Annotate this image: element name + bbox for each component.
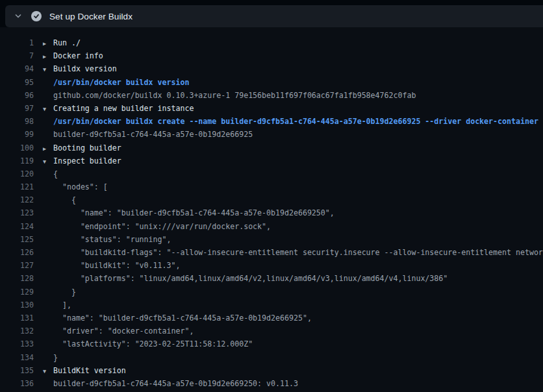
line-number[interactable]: 132 <box>5 325 34 337</box>
log-group-toggle[interactable]: ▼Buildx version <box>43 62 117 76</box>
log-line: 125 "status": "running", <box>5 233 543 246</box>
log-line: 7 ▶Docker info <box>5 49 543 62</box>
step-title: Set up Docker Buildx <box>49 12 133 21</box>
log-group-toggle[interactable]: ▼Inspect builder <box>43 154 121 168</box>
log-command-text: /usr/bin/docker buildx create --name bui… <box>43 115 538 128</box>
line-number[interactable]: 126 <box>5 246 34 259</box>
log-line: 121 "nodes": [ <box>5 180 543 193</box>
line-number[interactable]: 136 <box>5 377 34 390</box>
line-number[interactable]: 120 <box>5 167 34 180</box>
log-line: 130 ], <box>5 299 543 312</box>
log-group-toggle[interactable]: ▶Docker info <box>43 49 103 63</box>
log-line: 134 } <box>5 351 543 364</box>
log-text: builder-d9cfb5a1-c764-445a-a57e-0b19d2e6… <box>43 377 298 390</box>
log-line: 94 ▼Buildx version <box>5 62 543 75</box>
log-text: "name": "builder-d9cfb5a1-c764-445a-a57e… <box>43 312 312 325</box>
log-group-toggle[interactable]: ▼BuildKit version <box>43 364 126 378</box>
line-number[interactable]: 123 <box>5 206 34 219</box>
log-group-toggle[interactable]: ▼Creating a new builder instance <box>43 102 194 116</box>
log-command-text: /usr/bin/docker buildx version <box>43 76 189 89</box>
line-number[interactable]: 98 <box>5 115 34 128</box>
check-circle-icon <box>31 11 42 21</box>
triangle-down-icon[interactable]: ▼ <box>43 365 53 378</box>
triangle-right-icon[interactable]: ▶ <box>43 37 53 50</box>
log-group-toggle[interactable]: ▶Run ./ <box>43 36 81 50</box>
log-group-label: Buildx version <box>53 64 117 73</box>
line-number[interactable]: 95 <box>5 76 34 89</box>
line-number[interactable]: 135 <box>5 364 34 377</box>
log-line: 98 /usr/bin/docker buildx create --name … <box>5 115 543 128</box>
log-viewer: 1 ▶Run ./ 7 ▶Docker info 94 ▼Buildx vers… <box>0 27 543 392</box>
line-number[interactable]: 7 <box>5 49 34 62</box>
log-text: "nodes": [ <box>43 180 108 193</box>
log-line: 136 builder-d9cfb5a1-c764-445a-a57e-0b19… <box>5 377 543 390</box>
log-group-label: Docker info <box>53 51 103 60</box>
triangle-down-icon[interactable]: ▼ <box>43 155 53 168</box>
log-text: } <box>43 351 58 364</box>
log-line: 131 "name": "builder-d9cfb5a1-c764-445a-… <box>5 312 543 325</box>
log-line: 100 ▶Booting builder <box>5 141 543 154</box>
line-number[interactable]: 99 <box>5 128 34 141</box>
line-number[interactable]: 100 <box>5 141 34 154</box>
line-number[interactable]: 128 <box>5 272 34 285</box>
line-number[interactable]: 133 <box>5 337 34 350</box>
log-group-label: Run ./ <box>53 38 81 47</box>
log-line: 128 "platforms": "linux/amd64,linux/amd6… <box>5 272 543 285</box>
log-line: 126 "buildkitd-flags": "--allow-insecure… <box>5 246 543 259</box>
line-number[interactable]: 97 <box>5 102 34 115</box>
log-line: 97 ▼Creating a new builder instance <box>5 102 543 115</box>
step-header-row[interactable]: Set up Docker Buildx <box>5 5 543 27</box>
log-text: "name": "builder-d9cfb5a1-c764-445a-a57e… <box>43 206 335 219</box>
log-text: ], <box>43 299 71 312</box>
log-line: 135 ▼BuildKit version <box>5 364 543 377</box>
log-text: } <box>43 286 76 299</box>
log-line: 129 } <box>5 286 543 299</box>
chevron-down-icon[interactable] <box>13 11 23 21</box>
log-group-label: Booting builder <box>53 143 121 153</box>
log-text: "lastActivity": "2023-02-25T11:58:12.000… <box>43 337 253 350</box>
log-text: "buildkit": "v0.11.3", <box>43 259 180 272</box>
log-text: { <box>43 167 58 180</box>
line-number[interactable]: 1 <box>5 36 34 49</box>
log-line: 1 ▶Run ./ <box>5 36 543 49</box>
log-line: 123 "name": "builder-d9cfb5a1-c764-445a-… <box>5 206 543 219</box>
line-number[interactable]: 124 <box>5 220 34 233</box>
log-text: github.com/docker/buildx 0.10.3+azure-1 … <box>43 89 416 102</box>
line-number[interactable]: 131 <box>5 312 34 325</box>
log-line: 95 /usr/bin/docker buildx version <box>5 76 543 89</box>
log-line: 119 ▼Inspect builder <box>5 154 543 167</box>
triangle-down-icon[interactable]: ▼ <box>43 63 53 76</box>
log-group-label: Inspect builder <box>53 156 121 165</box>
log-group-label: BuildKit version <box>53 366 126 375</box>
line-number[interactable]: 130 <box>5 299 34 312</box>
log-line: 99 builder-d9cfb5a1-c764-445a-a57e-0b19d… <box>5 128 543 141</box>
line-number[interactable]: 96 <box>5 89 34 102</box>
line-number[interactable]: 129 <box>5 286 34 299</box>
log-line: 133 "lastActivity": "2023-02-25T11:58:12… <box>5 337 543 350</box>
line-number[interactable]: 119 <box>5 154 34 167</box>
log-line: 120 { <box>5 167 543 180</box>
log-group-label: Creating a new builder instance <box>53 104 194 113</box>
log-line: 127 "buildkit": "v0.11.3", <box>5 259 543 272</box>
triangle-down-icon[interactable]: ▼ <box>43 103 53 116</box>
log-text: "buildkitd-flags": "--allow-insecure-ent… <box>43 246 543 259</box>
log-text: builder-d9cfb5a1-c764-445a-a57e-0b19d2e6… <box>43 128 253 141</box>
line-number[interactable]: 121 <box>5 180 34 193</box>
log-line: 124 "endpoint": "unix:///var/run/docker.… <box>5 220 543 233</box>
log-line: 132 "driver": "docker-container", <box>5 325 543 337</box>
line-number[interactable]: 125 <box>5 233 34 246</box>
line-number[interactable]: 127 <box>5 259 34 272</box>
log-line: 96 github.com/docker/buildx 0.10.3+azure… <box>5 89 543 102</box>
line-number[interactable]: 134 <box>5 351 34 364</box>
log-text: "endpoint": "unix:///var/run/docker.sock… <box>43 220 271 233</box>
log-text: "driver": "docker-container", <box>43 325 194 337</box>
triangle-right-icon[interactable]: ▶ <box>43 50 53 63</box>
log-text: "platforms": "linux/amd64,linux/amd64/v2… <box>43 272 448 285</box>
log-text: { <box>43 193 76 206</box>
log-line: 122 { <box>5 193 543 206</box>
line-number[interactable]: 122 <box>5 193 34 206</box>
line-number[interactable]: 94 <box>5 62 34 75</box>
log-text: "status": "running", <box>43 233 171 246</box>
log-group-toggle[interactable]: ▶Booting builder <box>43 141 121 155</box>
triangle-right-icon[interactable]: ▶ <box>43 142 53 155</box>
